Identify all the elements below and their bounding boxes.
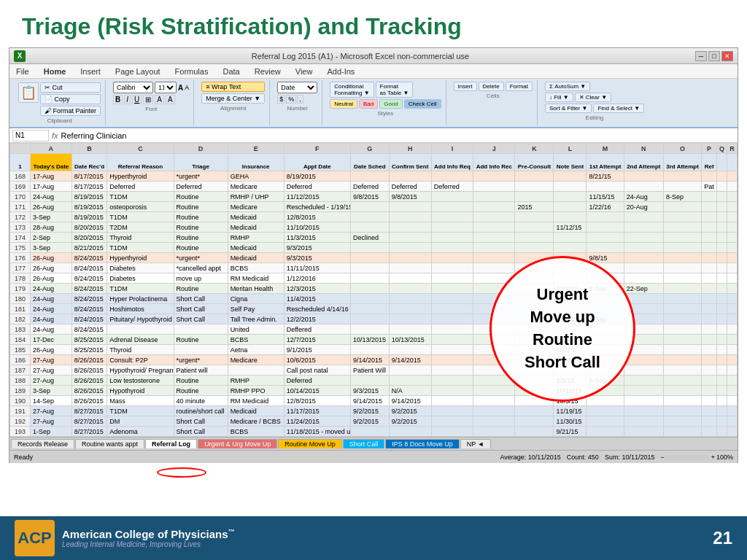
zoom-slider[interactable] — [666, 455, 710, 459]
menu-file[interactable]: File — [12, 66, 33, 77]
sort-btn[interactable]: Sort & Filter ▼ — [545, 104, 592, 113]
table-cell — [702, 263, 717, 273]
table-cell: Routine — [174, 243, 228, 253]
row-number-cell: 192 — [10, 416, 31, 427]
table-cell — [174, 324, 228, 335]
table-cell: 8/24/2015 — [71, 304, 107, 314]
table-cell: 1/22/16 — [587, 202, 624, 212]
table-cell — [389, 202, 431, 212]
conditional-formatting-btn[interactable]: ConditionalFormatting ▼ — [330, 82, 374, 98]
table-row: 16917-Aug8/17/2015DeferredDeferredMedica… — [10, 182, 738, 192]
number-format-select[interactable]: Date — [277, 82, 317, 93]
table-cell: *urgent* — [174, 355, 228, 365]
clear-btn[interactable]: ✕ Clear ▼ — [575, 93, 611, 102]
merge-center-btn[interactable]: Merge & Center ▼ — [201, 93, 265, 104]
table-cell: Hypothyroid/ Pregnant — [107, 365, 174, 376]
zoom-in-btn[interactable]: + — [711, 454, 715, 461]
format-as-table-btn[interactable]: Formatas Table ▼ — [376, 82, 414, 98]
menu-formulas[interactable]: Formulas — [171, 66, 212, 77]
col-l-header: L — [554, 144, 587, 154]
zoom-out-btn[interactable]: − — [660, 454, 664, 461]
table-cell — [727, 202, 738, 212]
fill-btn[interactable]: ↓ Fill ▼ — [545, 93, 573, 102]
table-cell: 8/21/2015 — [71, 243, 107, 253]
menu-view[interactable]: View — [292, 66, 317, 77]
minimize-btn[interactable]: ─ — [695, 51, 707, 61]
slide-container: Triage (Risk Stratification) and Trackin… — [0, 0, 747, 560]
close-btn[interactable]: ✕ — [721, 51, 733, 61]
border-btn[interactable]: ⊞ — [143, 95, 153, 104]
good-btn[interactable]: Good — [379, 99, 403, 109]
font-name-select[interactable]: Calibri — [113, 82, 153, 93]
underline-btn[interactable]: U — [132, 95, 142, 104]
delete-cells-btn[interactable]: Delete — [479, 82, 504, 91]
table-cell: 9/8/2015 — [350, 192, 389, 202]
table-cell — [702, 335, 717, 345]
neutral-btn[interactable]: Neutral — [330, 99, 357, 109]
tab-referral-log[interactable]: Referral Log — [145, 439, 197, 448]
row-number-cell: 181 — [10, 304, 31, 314]
table-cell — [431, 243, 473, 253]
font-color-btn[interactable]: A — [166, 95, 175, 104]
table-cell: Declined — [350, 233, 389, 243]
table-cell — [727, 355, 738, 365]
table-cell — [727, 222, 738, 233]
table-cell — [431, 335, 473, 345]
find-btn[interactable]: Find & Select ▼ — [593, 104, 644, 113]
tab-routine-move-up[interactable]: Routine Move Up — [278, 439, 342, 448]
table-cell — [717, 182, 727, 192]
cut-btn[interactable]: ✂ Cut — [40, 82, 101, 93]
table-cell — [702, 192, 717, 202]
autosum-btn[interactable]: Σ AutoSum ▼ — [545, 82, 590, 91]
table-cell — [389, 171, 431, 182]
table-cell — [554, 171, 587, 182]
fill-color-btn[interactable]: A — [155, 95, 164, 104]
dollar-btn[interactable]: $ — [277, 95, 285, 104]
table-cell: Thyroid — [107, 345, 174, 355]
menu-data[interactable]: Data — [219, 66, 243, 77]
table-cell — [663, 202, 701, 212]
tab-urgent-urg[interactable]: Urgent & Urg Move Up — [198, 439, 277, 448]
table-cell: 8/26/2015 — [71, 376, 107, 386]
menu-page-layout[interactable]: Page Layout — [112, 66, 164, 77]
percent-btn[interactable]: % — [286, 95, 296, 104]
table-cell: 8-Sep — [663, 192, 701, 202]
table-cell — [587, 396, 624, 406]
font-size-select[interactable]: 11 — [155, 82, 177, 93]
format-cells-btn[interactable]: Format — [506, 82, 533, 91]
comma-btn[interactable]: , — [297, 95, 303, 104]
tab-short-call[interactable]: Short Call — [343, 439, 385, 448]
table-cell: Deferred — [107, 182, 174, 192]
format-painter-btn[interactable]: 🖌 Format Painter — [40, 106, 101, 116]
row-number-cell: 193 — [10, 427, 31, 437]
font-grow-btn[interactable]: A — [178, 84, 183, 92]
header-rownum: 1 — [10, 154, 31, 171]
check-cell-btn[interactable]: Check Cell — [404, 99, 441, 109]
table-cell — [624, 416, 663, 427]
table-cell — [515, 406, 554, 416]
menu-review[interactable]: Review — [251, 66, 285, 77]
tab-routine-wants[interactable]: Routine wants appt — [75, 439, 144, 448]
menu-home[interactable]: Home — [40, 66, 70, 77]
bold-btn[interactable]: B — [113, 95, 123, 104]
menu-add-ins[interactable]: Add-Ins — [323, 66, 358, 77]
name-box[interactable] — [12, 130, 49, 141]
menu-insert[interactable]: Insert — [77, 66, 104, 77]
insert-cells-btn[interactable]: Insert — [454, 82, 477, 91]
excel-window: X Referral Log 2015 (A1) - Microsoft Exc… — [9, 47, 738, 463]
font-shrink-btn[interactable]: A — [185, 84, 189, 91]
table-cell: 10/13/2015 — [350, 335, 389, 345]
bad-btn[interactable]: Bad — [359, 99, 378, 109]
restore-btn[interactable]: □ — [708, 51, 720, 61]
table-cell — [431, 386, 473, 396]
tab-ips[interactable]: IPS 8 Docs Move Up — [385, 439, 460, 448]
tab-records-release[interactable]: Records Release — [11, 439, 74, 448]
row-number-cell: 179 — [10, 284, 31, 294]
table-cell — [717, 294, 727, 304]
tab-np[interactable]: NP ◄ — [460, 439, 491, 448]
italic-btn[interactable]: I — [124, 95, 131, 104]
copy-btn[interactable]: 📄 Copy — [40, 94, 101, 104]
wrap-text-btn[interactable]: ≡ Wrap Text — [201, 82, 265, 92]
paste-btn[interactable]: 📋 — [18, 82, 39, 103]
table-cell — [389, 273, 431, 284]
